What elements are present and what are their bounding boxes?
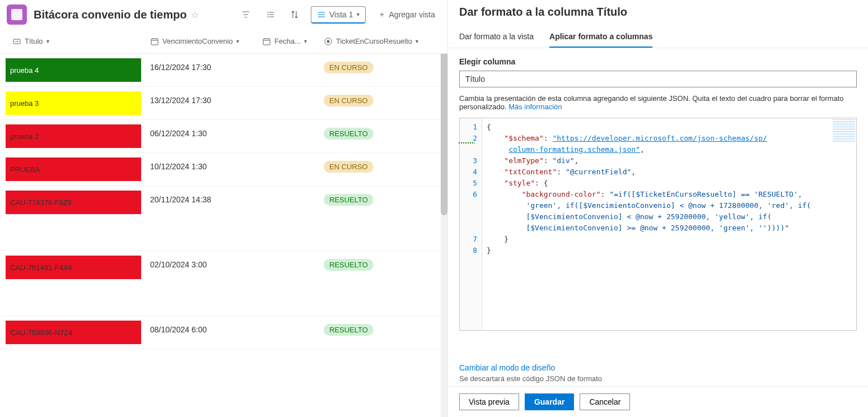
title-cell: CAU-774378-F9Z9 xyxy=(6,191,141,214)
choice-icon xyxy=(324,37,333,46)
format-panel: Dar formato a la columna Título Dar form… xyxy=(448,0,868,417)
fecha-cell xyxy=(255,153,317,186)
add-view-button[interactable]: ＋ Agregar vista xyxy=(372,6,441,23)
title-cell: PRUEBA xyxy=(6,157,141,181)
editor-content[interactable]: { "$schema": "https://developer.microsof… xyxy=(482,118,856,330)
add-view-label: Agregar vista xyxy=(389,10,435,19)
fecha-cell xyxy=(255,316,317,349)
fecha-cell xyxy=(255,120,317,152)
group-button[interactable] xyxy=(262,6,279,24)
panel-title: Dar formato a la columna Título xyxy=(448,0,868,18)
status-pill: RESUELTO xyxy=(324,128,374,140)
col-header-fecha[interactable]: Fecha... ▾ xyxy=(255,37,317,46)
svg-point-4 xyxy=(327,40,329,43)
list-view-icon xyxy=(317,10,326,19)
col-header-ticket[interactable]: TicketEnCursoResuelto ▾ xyxy=(317,37,429,46)
ticket-cell: RESUELTO xyxy=(317,186,429,251)
fecha-cell xyxy=(255,251,317,316)
chevron-down-icon: ▾ xyxy=(304,38,307,44)
ticket-cell: RESUELTO xyxy=(317,120,429,152)
choose-column-label: Elegir columna xyxy=(459,57,857,66)
status-pill: EN CURSO xyxy=(324,62,374,73)
vencimiento-cell: 08/10/2024 6:00 xyxy=(143,316,255,349)
title-cell: CAU-759936-N7Z4 xyxy=(6,321,141,344)
svg-rect-1 xyxy=(151,39,158,45)
ticket-cell: EN CURSO xyxy=(317,54,429,86)
plus-icon: ＋ xyxy=(378,10,386,20)
calendar-icon xyxy=(150,37,159,46)
tab-format-columns[interactable]: Aplicar formato a columnas xyxy=(549,32,652,48)
favorite-star-icon[interactable]: ☆ xyxy=(191,10,199,20)
col-venc-label: VencimientoConvenio xyxy=(162,37,233,45)
table-row[interactable]: PRUEBA10/12/2024 1:30EN CURSO xyxy=(0,153,447,186)
ticket-cell: RESUELTO xyxy=(317,251,429,316)
ticket-cell: EN CURSO xyxy=(317,87,429,119)
table-row[interactable]: prueba 206/12/2024 1:30RESUELTO xyxy=(0,120,447,153)
discard-note: Se descartará este código JSON de format… xyxy=(459,374,857,383)
vertical-scrollbar[interactable] xyxy=(441,29,447,417)
svg-rect-2 xyxy=(263,39,270,45)
status-pill: RESUELTO xyxy=(324,194,374,206)
design-mode-link[interactable]: Cambiar al modo de diseño xyxy=(459,363,555,372)
json-editor[interactable]: 12345678 { "$schema": "https://developer… xyxy=(459,118,857,331)
editor-gutter: 12345678 xyxy=(460,118,482,330)
list-header: Bitácora convenio de tiempo ☆ Vista 1 ▾ … xyxy=(0,0,447,29)
chevron-down-icon: ▾ xyxy=(46,38,49,44)
more-info-link[interactable]: Más información xyxy=(508,103,562,111)
vencimiento-cell: 13/12/2024 17:30 xyxy=(143,87,255,119)
table-row[interactable]: CAU-759936-N7Z408/10/2024 6:00RESUELTO xyxy=(0,316,447,349)
col-header-titulo[interactable]: Título ▾ xyxy=(6,37,143,46)
table-row[interactable]: CAU-774378-F9Z920/11/2024 14:38RESUELTO xyxy=(0,186,447,251)
list-table: Título ▾ VencimientoConvenio ▾ Fecha... … xyxy=(0,29,447,417)
col-fecha-label: Fecha... xyxy=(274,37,301,45)
col-header-vencimiento[interactable]: VencimientoConvenio ▾ xyxy=(143,37,255,46)
text-column-icon xyxy=(12,37,21,46)
panel-tabs: Dar formato a la vista Aplicar formato a… xyxy=(448,24,868,48)
title-cell: prueba 4 xyxy=(6,58,141,82)
status-pill: EN CURSO xyxy=(324,161,374,173)
filter-button[interactable] xyxy=(237,6,255,24)
column-select[interactable]: Título xyxy=(459,71,857,87)
table-row[interactable]: prueba 416/12/2024 17:30EN CURSO xyxy=(0,54,447,87)
tab-format-view[interactable]: Dar formato a la vista xyxy=(459,32,534,48)
list-title: Bitácora convenio de tiempo xyxy=(34,8,186,21)
cancel-button[interactable]: Cancelar xyxy=(580,393,630,410)
column-select-value: Título xyxy=(465,75,485,84)
list-icon xyxy=(7,4,27,25)
chevron-down-icon: ▾ xyxy=(416,38,418,44)
filter-icon xyxy=(241,10,250,19)
vencimiento-cell: 16/12/2024 17:30 xyxy=(143,54,255,86)
fecha-cell xyxy=(255,186,317,251)
fecha-cell xyxy=(255,54,317,86)
chevron-down-icon: ▾ xyxy=(236,38,239,44)
table-row[interactable]: prueba 313/12/2024 17:30EN CURSO xyxy=(0,87,447,120)
preview-button[interactable]: Vista previa xyxy=(459,393,519,410)
group-icon xyxy=(266,10,275,19)
col-title-label: Título xyxy=(25,37,43,45)
status-pill: EN CURSO xyxy=(324,95,374,106)
sort-button[interactable] xyxy=(286,6,304,24)
help-text: Cambia la presentación de esta columna a… xyxy=(459,94,857,111)
status-pill: RESUELTO xyxy=(324,324,374,336)
fecha-cell xyxy=(255,87,317,119)
title-cell: CAU-761491-F4X4 xyxy=(6,256,141,279)
view-selector[interactable]: Vista 1 ▾ xyxy=(311,6,366,24)
chevron-down-icon: ▾ xyxy=(357,11,360,17)
ticket-cell: EN CURSO xyxy=(317,153,429,186)
vencimiento-cell: 20/11/2024 14:38 xyxy=(143,186,255,251)
calendar-icon xyxy=(262,37,271,46)
table-row[interactable]: CAU-761491-F4X402/10/2024 3:00RESUELTO xyxy=(0,251,447,316)
editor-minimap xyxy=(833,119,855,142)
vencimiento-cell: 06/12/2024 1:30 xyxy=(143,120,255,152)
vencimiento-cell: 02/10/2024 3:00 xyxy=(143,251,255,316)
title-cell: prueba 2 xyxy=(6,124,141,148)
save-button[interactable]: Guardar xyxy=(525,393,574,410)
ticket-cell: RESUELTO xyxy=(317,316,429,349)
column-headers: Título ▾ VencimientoConvenio ▾ Fecha... … xyxy=(0,29,447,54)
title-cell: prueba 3 xyxy=(6,91,141,115)
sort-icon xyxy=(291,10,300,19)
col-ticket-label: TicketEnCursoResuelto xyxy=(336,37,412,45)
vencimiento-cell: 10/12/2024 1:30 xyxy=(143,153,255,186)
view-label: Vista 1 xyxy=(329,10,353,19)
panel-footer: Vista previa Guardar Cancelar xyxy=(448,386,868,417)
